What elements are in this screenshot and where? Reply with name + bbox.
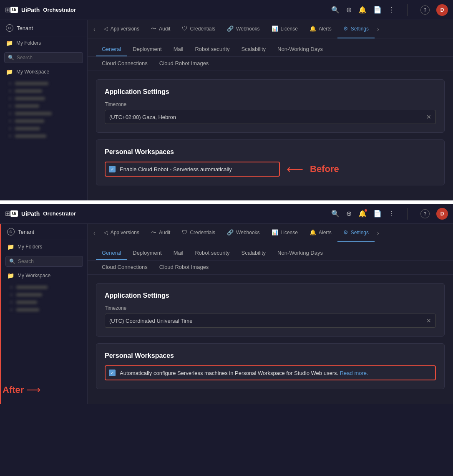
nav-forward-arrow[interactable]: › xyxy=(375,26,382,33)
tab-non-working-days[interactable]: Non-Working Days xyxy=(272,43,329,56)
avatar[interactable]: D xyxy=(436,4,448,16)
timezone-value: (UTC+02:00) Gaza, Hebron xyxy=(109,114,176,120)
tab-credentials-after[interactable]: 🛡 Credentials xyxy=(176,224,221,242)
list-item[interactable] xyxy=(1,291,87,299)
nav-forward-arrow-after[interactable]: › xyxy=(375,230,382,236)
topbar-actions-after: 🔍 ⊕ 🔔 📄 ⋮ ? D xyxy=(331,208,448,220)
tab-alerts-label-after: Alerts xyxy=(319,230,332,235)
credentials-icon: 🛡 xyxy=(182,25,187,32)
sidebar-after: ⊙ Tenant 📁 My Folders 🔍 📁 My Workspace xyxy=(0,224,88,404)
checkbox-after[interactable]: ✓ xyxy=(109,370,116,376)
list-item[interactable] xyxy=(0,125,87,132)
tab-app-versions-after[interactable]: ◁ App versions xyxy=(98,224,145,242)
audit-icon: 〜 xyxy=(151,25,156,33)
timezone-label: Timezone xyxy=(105,101,436,107)
tab-audit[interactable]: 〜 Audit xyxy=(145,20,176,38)
logo-text-after: UiPath xyxy=(21,210,40,217)
add-icon[interactable]: ⊕ xyxy=(346,6,352,14)
list-item[interactable] xyxy=(0,80,87,87)
sidebar-folders-after[interactable]: 📁 My Folders xyxy=(1,240,87,253)
bell-icon-after[interactable]: 🔔 xyxy=(358,210,367,218)
tab-deployment[interactable]: Deployment xyxy=(127,43,167,56)
tab-mail[interactable]: Mail xyxy=(168,43,189,56)
tab-general[interactable]: General xyxy=(96,43,127,56)
tab-scalability[interactable]: Scalability xyxy=(236,43,272,56)
tab-cloud-connections[interactable]: Cloud Connections xyxy=(96,57,154,71)
tab-credentials[interactable]: 🛡 Credentials xyxy=(176,20,221,38)
alerts-icon-after: 🔔 xyxy=(310,229,316,235)
checkbox-before[interactable]: ✓ xyxy=(109,166,116,172)
content-area-before: Application Settings Timezone (UTC+02:00… xyxy=(88,71,453,200)
tab-robot-security-after[interactable]: Robot security xyxy=(189,246,235,260)
tab-deployment-after[interactable]: Deployment xyxy=(127,246,167,260)
list-item[interactable] xyxy=(1,284,87,291)
clear-timezone-icon-after[interactable]: ✕ xyxy=(426,317,431,324)
tab-app-versions[interactable]: ◁ App versions xyxy=(98,20,145,38)
sidebar-search[interactable]: 🔍 xyxy=(4,52,83,63)
tab-settings[interactable]: ⚙ Settings xyxy=(337,20,375,38)
sidebar-workspace-after[interactable]: 📁 My Workspace xyxy=(1,269,87,282)
sidebar-search-icon: 🔍 xyxy=(8,55,14,61)
settings-tabs-row2-after: Cloud Connections Cloud Robot Images xyxy=(88,261,453,275)
tab-settings-label: Settings xyxy=(351,26,369,32)
grid-icon-after[interactable]: ⊞ xyxy=(5,210,10,218)
search-input-after[interactable] xyxy=(18,258,79,264)
list-item[interactable] xyxy=(1,306,87,314)
sidebar-workspace[interactable]: 📁 My Workspace xyxy=(0,66,87,78)
bell-icon[interactable]: 🔔 xyxy=(358,6,367,14)
tab-app-versions-label: App versions xyxy=(111,26,139,32)
more-icon[interactable]: ⋮ xyxy=(388,6,395,14)
logo-after: Ui UiPath Orchestrator xyxy=(10,210,76,217)
tab-audit-after[interactable]: 〜 Audit xyxy=(145,224,176,242)
enable-serverless-checkbox-row[interactable]: ✓ Enable Cloud Robot - Serverless automa… xyxy=(105,162,280,177)
tab-scalability-after[interactable]: Scalability xyxy=(236,246,272,260)
tab-alerts[interactable]: 🔔 Alerts xyxy=(304,20,337,38)
search-input[interactable] xyxy=(17,55,79,61)
nav-back-arrow[interactable]: ‹ xyxy=(91,26,98,33)
topbar-divider-after xyxy=(82,208,82,220)
list-item[interactable] xyxy=(0,110,87,117)
timezone-input-after[interactable]: (UTC) Coordinated Universal Time ✕ xyxy=(105,314,436,328)
list-item[interactable] xyxy=(0,102,87,110)
doc-icon-after[interactable]: 📄 xyxy=(373,210,382,218)
help-icon-after[interactable]: ? xyxy=(420,209,430,218)
tab-cloud-connections-after[interactable]: Cloud Connections xyxy=(96,261,154,274)
avatar-after[interactable]: D xyxy=(436,208,448,220)
list-item[interactable] xyxy=(0,95,87,102)
grid-icon[interactable]: ⊞ xyxy=(5,6,10,14)
clear-timezone-icon[interactable]: ✕ xyxy=(426,114,431,120)
nav-back-arrow-after[interactable]: ‹ xyxy=(91,230,98,236)
tab-cloud-robot-images-after[interactable]: Cloud Robot Images xyxy=(154,261,215,274)
sidebar-search-after[interactable]: 🔍 xyxy=(5,256,83,267)
credentials-icon-after: 🛡 xyxy=(182,229,187,235)
search-icon-after[interactable]: 🔍 xyxy=(331,210,340,218)
timezone-input[interactable]: (UTC+02:00) Gaza, Hebron ✕ xyxy=(105,110,436,124)
enable-serverless-checkbox-row-after[interactable]: ✓ Automatically configure Serverless mac… xyxy=(105,365,436,380)
list-item[interactable] xyxy=(1,299,87,306)
sidebar-items xyxy=(0,78,87,142)
tab-non-working-days-after[interactable]: Non-Working Days xyxy=(272,246,329,260)
tab-mail-after[interactable]: Mail xyxy=(168,246,189,260)
list-item[interactable] xyxy=(0,132,87,140)
help-icon[interactable]: ? xyxy=(420,5,430,15)
tab-license[interactable]: 📊 License xyxy=(266,20,304,38)
tab-cloud-robot-images[interactable]: Cloud Robot Images xyxy=(154,57,215,71)
read-more-link[interactable]: Read more. xyxy=(340,370,368,376)
search-icon[interactable]: 🔍 xyxy=(331,6,340,14)
sidebar-tenant-after[interactable]: ⊙ Tenant xyxy=(1,224,87,240)
tab-settings-after[interactable]: ⚙ Settings xyxy=(337,224,375,242)
list-item[interactable] xyxy=(0,117,87,125)
tab-webhooks[interactable]: 🔗 Webhooks xyxy=(221,20,265,38)
list-item[interactable] xyxy=(0,87,87,95)
sidebar-folders[interactable]: 📁 My Folders xyxy=(0,36,87,50)
add-icon-after[interactable]: ⊕ xyxy=(346,210,352,218)
doc-icon[interactable]: 📄 xyxy=(373,6,382,14)
tab-license-after[interactable]: 📊 License xyxy=(266,224,304,242)
tab-general-after[interactable]: General xyxy=(96,246,127,260)
more-icon-after[interactable]: ⋮ xyxy=(388,210,395,218)
tab-webhooks-after[interactable]: 🔗 Webhooks xyxy=(221,224,265,242)
tab-robot-security[interactable]: Robot security xyxy=(189,43,235,56)
before-arrow-icon: ⟵ xyxy=(287,162,303,176)
tab-alerts-after[interactable]: 🔔 Alerts xyxy=(304,224,337,242)
sidebar-tenant[interactable]: ⊙ Tenant xyxy=(0,20,87,36)
